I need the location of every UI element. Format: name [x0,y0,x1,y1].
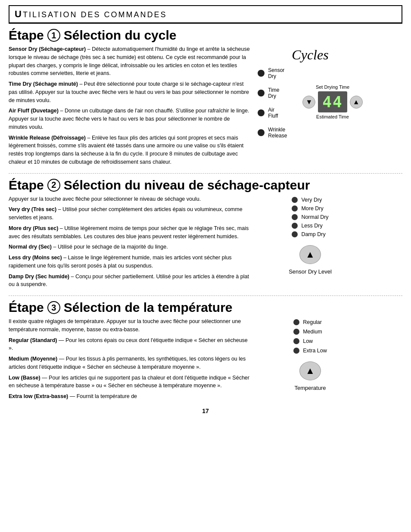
step1-para-0: Sensor Dry (Séchage-capteur) – Détecte a… [9,45,250,78]
step2-para-3: Less dry (Moins sec) – Laisse le linge l… [9,254,250,270]
step3-row: Il existe quatre réglages de température… [9,317,402,403]
step1-title: Étape 1 Sélection du cycle [9,28,402,43]
step2-para-4: Damp Dry (Sec humide) – Conçu pour séche… [9,273,250,289]
dry-label-1: More Dry [301,205,323,212]
page-number: 17 [9,408,402,414]
step2-circle: 2 [47,179,60,192]
step3-para-3: Extra low (Extra-basse) — Fournit la tem… [9,392,250,401]
dry-dot-4 [292,231,298,237]
step2-row: Appuyer sur la touche avec flèche pour s… [9,195,402,292]
sensor-dry-up-button[interactable]: ▲ [299,245,321,264]
step3-visual: Regular Medium Low Extra Low ▲ Temperatu… [254,317,366,403]
dry-level-2: Normal Dry [292,214,328,220]
cycles-container: SensorDry TimeDry AirFluff [258,67,362,139]
cycles-label: Cycles [292,47,328,63]
dry-label-2: Normal Dry [301,214,328,220]
dry-dot-2 [292,214,298,220]
cycle-item-2: AirFluff [258,107,287,119]
step3-circle: 3 [47,301,60,314]
cycle-label-1: TimeDry [268,87,279,99]
spacer3 [258,120,287,126]
step1-title-prefix: Étape [9,28,44,43]
temp-level-2: Low [293,338,327,344]
step2-label-3: Less dry (Moins sec) [9,255,62,261]
step3-para-2: Low (Basse) — Pour les articles qui ne s… [9,374,250,390]
step2-para-0: Very dry (Très sec) – Utilisé pour séche… [9,205,250,222]
step2-para-2: Normal dry (Sec) – Utilisé pour le sécha… [9,243,250,251]
timer-down-button[interactable]: ▼ [302,96,315,109]
step2-visual: Very Dry More Dry Normal Dry Less Dry Da… [254,195,366,292]
step1-label-1: Time Dry (Séchage minuté) [9,81,78,87]
step3-para-0: Regular (Standard) — Pour les cotons épa… [9,336,250,353]
step1-row: Sensor Dry (Séchage-capteur) – Détecte a… [9,45,402,169]
temperature-up-button[interactable]: ▲ [299,361,321,380]
step1-para-1: Time Dry (Séchage minuté) – Peut être sé… [9,80,250,104]
temperature-label: Temperature [295,385,326,391]
cycle-item-0: SensorDry [258,67,287,79]
step3-label-1: Medium (Moyenne) [9,356,57,362]
sensor-dry-level-label: Sensor Dry Level [289,268,332,275]
step3-label-3: Extra low (Extra-basse) [9,393,68,399]
timer-up-button[interactable]: ▲ [350,96,363,109]
timer-row: ▼ 44 ▲ [302,91,362,112]
timer-display: 44 [318,91,347,112]
dry-dot-1 [292,205,298,212]
step2-text: Appuyer sur la touche avec flèche pour s… [9,195,250,292]
step1-text: Sensor Dry (Séchage-capteur) – Détecte a… [9,45,250,169]
step1-label-3: Wrinkle Release (Défroissage) [9,135,86,141]
temp-dot-2 [293,338,299,344]
cycle-item-1: TimeDry [258,87,287,99]
step1-para-2: Air Fluff (Duvetage) – Donne un culbutag… [9,107,250,131]
temp-label-3: Extra Low [303,348,327,354]
divider-2 [9,296,402,296]
step1-para-3: Wrinkle Release (Défroissage) – Enlève l… [9,134,250,166]
spacer [258,80,287,86]
cycle-dot-2 [258,109,265,116]
dry-level-1: More Dry [292,205,328,212]
cycle-label-2: AirFluff [268,107,278,119]
cycle-dot-0 [258,70,265,77]
temp-level-3: Extra Low [293,348,327,354]
temp-level-0: Regular [293,319,327,325]
dry-level-4: Damp Dry [292,231,328,237]
cycle-label-3: WrinkleRelease [268,127,287,139]
step2-label-4: Damp Dry (Sec humide) [9,274,69,280]
step1-title-suffix: Sélection du cycle [64,28,177,43]
dry-label-3: Less Dry [301,223,322,229]
temp-dot-0 [293,319,299,325]
step2-label-0: Very dry (Très sec) [9,206,56,212]
step3-text: Il existe quatre réglages de température… [9,317,250,403]
divider-1 [9,173,402,174]
header: UTILISATION DES COMMANDES [9,5,402,24]
header-title-rest: TILISATION DES COMMANDES [23,10,167,19]
step3-title-prefix: Étape [9,300,44,315]
dry-dot-3 [292,223,298,229]
estimated-time-label: Estimated Time [316,114,349,119]
step1-visual: Cycles SensorDry TimeDry [254,45,366,169]
cycle-dot-3 [258,129,265,136]
dry-level-3: Less Dry [292,223,328,229]
timer-area: Set Drying Time ▼ 44 ▲ Estimated Time [302,84,362,139]
temp-dot-3 [293,348,299,354]
header-title: UTILISATION DES COMMANDES [15,9,167,20]
cycle-label-0: SensorDry [268,67,284,79]
step2-para-1: More dry (Plus sec) – Utilise légèrement… [9,224,250,241]
step2-title-prefix: Étape [9,178,44,193]
temp-dot-1 [293,329,299,335]
content-area: Étape 1 Sélection du cycle Sensor Dry (S… [0,28,411,414]
step2-title-suffix: Sélection du niveau de séchage-capteur [64,178,310,193]
cycle-item-3: WrinkleRelease [258,127,287,139]
temp-label-2: Low [303,338,313,344]
cycle-dot-1 [258,90,265,96]
step3-label-0: Regular (Standard) [9,337,57,343]
step1-label-0: Sensor Dry (Séchage-capteur) [9,46,86,52]
step1-circle: 1 [47,29,60,42]
temp-levels: Regular Medium Low Extra Low [293,319,327,354]
step3-title-suffix: Sélection de la température [64,300,233,315]
step3-label-2: Low (Basse) [9,375,40,381]
step3-title: Étape 3 Sélection de la température [9,300,402,315]
dry-label-4: Damp Dry [301,231,325,237]
dry-level-0: Very Dry [292,197,328,203]
step2-label-2: Normal dry (Sec) [9,244,52,250]
header-title-u: U [15,9,23,19]
